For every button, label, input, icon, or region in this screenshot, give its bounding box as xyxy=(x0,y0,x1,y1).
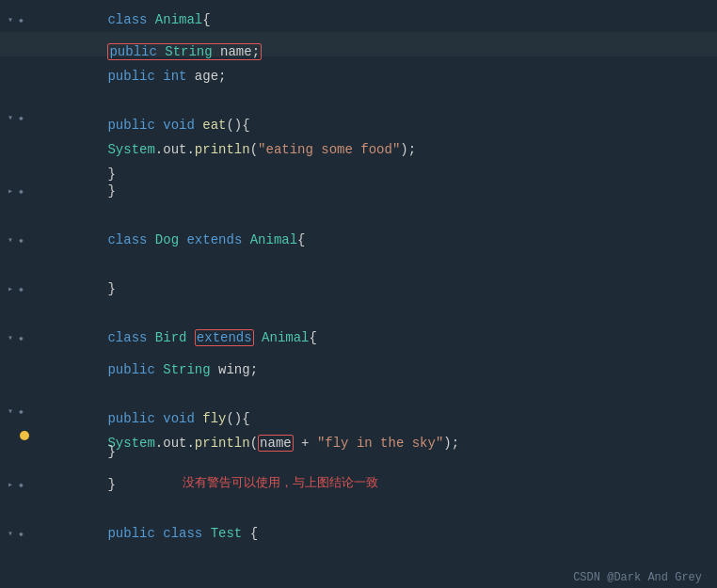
code-line-22: ▾ ◆ public class Test { xyxy=(0,521,717,546)
code-editor: ▾ ◆ class Animal{ ▸ ◆ public String name… xyxy=(0,0,717,588)
fold-icon-1[interactable]: ▾ xyxy=(8,14,19,25)
code-line-8: ▸ ◆ } xyxy=(0,179,717,203)
code-line-12: ▸ ◆ } xyxy=(0,277,717,301)
line-content-22: public class Test { xyxy=(56,511,717,556)
breakpoint-dot-18 xyxy=(20,431,29,440)
code-line-20: ▸ ◆ } xyxy=(0,472,717,497)
fold-icon-10[interactable]: ▾ xyxy=(8,234,19,246)
fold-icon-14[interactable]: ▾ xyxy=(8,332,19,343)
fold-icon-17[interactable]: ▾ xyxy=(8,405,19,417)
code-line-10: ▾ ◆ class Dog extends Animal{ xyxy=(0,228,717,252)
code-line-3: ▸ ◆ public int age; xyxy=(0,56,717,81)
footer-bar: CSDN @Dark And Grey xyxy=(558,567,717,588)
fold-icon-22[interactable]: ▾ xyxy=(8,528,19,539)
code-line-15: ▸ ◆ public String wing; xyxy=(0,350,717,374)
footer-text: CSDN @Dark And Grey xyxy=(573,571,702,584)
fold-icon-5[interactable]: ▾ xyxy=(8,112,19,123)
gutter-dot-1: ◆ xyxy=(19,16,24,24)
